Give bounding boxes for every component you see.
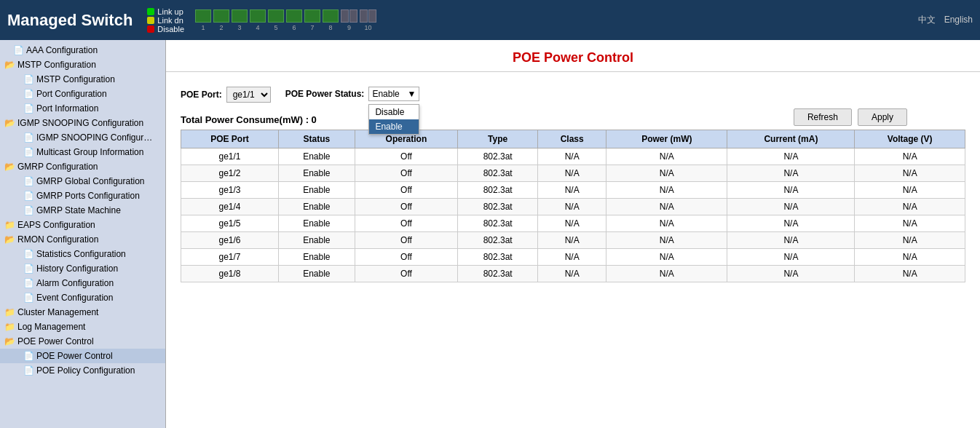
poe-status-trigger[interactable]: Enable ▼ [368,87,419,101]
cell-class: N/A [538,266,606,282]
port-4[interactable]: 4 [250,9,266,31]
sidebar-label: Cluster Management [17,307,98,317]
cell-port: ge1/8 [181,266,279,282]
sidebar-item-mstp-group[interactable]: 📂 MSTP Configuration [0,58,165,72]
table-row: ge1/6EnableOff802.3atN/AN/AN/AN/A [181,232,965,249]
sidebar-label: Alarm Configuration [36,278,114,288]
doc-icon: 📄 [23,176,33,186]
port-9[interactable]: 9 [341,9,357,31]
sidebar-item-cluster-group[interactable]: 📁 Cluster Management [0,305,165,320]
sidebar-item-gmrp-group[interactable]: 📂 GMRP Configuration [0,159,165,174]
cell-power: N/A [606,148,727,165]
col-header-type: Type [458,130,538,148]
cell-class: N/A [538,215,606,232]
doc-icon: 📄 [23,132,33,143]
cell-status: Enable [279,182,355,199]
poe-status-dropdown[interactable]: Enable ▼ Disable Enable [368,87,419,101]
cell-voltage: N/A [855,232,965,249]
table-row: ge1/1EnableOff802.3atN/AN/AN/AN/A [181,148,965,165]
sidebar-item-mstp-config[interactable]: 📄 MSTP Configuration [0,72,165,87]
cell-status: Enable [279,215,355,232]
port-3[interactable]: 3 [232,9,248,31]
apply-button[interactable]: Apply [858,108,907,126]
lang-zh[interactable]: 中文 [918,15,936,25]
cell-class: N/A [538,165,606,182]
cell-port: ge1/5 [181,215,279,232]
sidebar-item-multicast[interactable]: 📄 Multicast Group Information [0,145,165,159]
option-enable[interactable]: Enable [369,119,419,134]
refresh-button[interactable]: Refresh [794,108,852,126]
cell-voltage: N/A [855,165,965,182]
sidebar-item-port-info[interactable]: 📄 Port Information [0,101,165,116]
col-header-status: Status [279,130,355,148]
sidebar-item-event-config[interactable]: 📄 Event Configuration [0,290,165,305]
doc-icon: 📄 [23,89,33,99]
folder-open-icon: 📂 [4,60,15,70]
sidebar-item-history-config[interactable]: 📄 History Configuration [0,261,165,276]
sidebar-item-aaa-config[interactable]: 📄 AAA Configuration [0,43,165,58]
data-table-container: POE Port Status Operation Type Class Pow… [166,130,980,297]
sidebar-item-eaps-group[interactable]: 📁 EAPS Configuration [0,218,165,232]
sidebar-item-igmp-group[interactable]: 📂 IGMP SNOOPING Configuration [0,116,165,130]
action-buttons: Refresh Apply [794,108,907,126]
sidebar-item-gmrp-global[interactable]: 📄 GMRP Global Configuration [0,174,165,189]
port-6[interactable]: 6 [286,9,302,31]
folder-closed-icon: 📁 [4,307,15,317]
poe-port-select[interactable]: ge1/1 ge1/2 ge1/3 ge1/4 ge1/5 ge1/6 ge1/… [226,87,271,103]
cell-type: 802.3at [458,249,538,266]
port-1[interactable]: 1 [195,9,211,31]
port-2[interactable]: 2 [213,9,229,31]
main-content: POE Power Control POE Port: ge1/1 ge1/2 … [166,40,980,428]
sidebar-item-poe-group[interactable]: 📂 POE Power Control [0,334,165,349]
sidebar-item-poe-policy[interactable]: 📄 POE Policy Configuration [0,363,165,378]
sidebar-label: MSTP Configuration [17,60,96,70]
poe-table: POE Port Status Operation Type Class Pow… [181,130,965,282]
cell-operation: Off [355,232,458,249]
cell-class: N/A [538,249,606,266]
col-header-voltage: Voltage (V) [855,130,965,148]
folder-open-icon: 📂 [4,118,15,128]
sidebar-label: GMRP State Machine [36,205,121,215]
port-7[interactable]: 7 [304,9,320,31]
col-header-class: Class [538,130,606,148]
sidebar-item-stats-config[interactable]: 📄 Statistics Configuration [0,247,165,261]
sidebar-item-gmrp-ports[interactable]: 📄 GMRP Ports Configuration [0,189,165,203]
table-row: ge1/3EnableOff802.3atN/AN/AN/AN/A [181,182,965,199]
doc-icon: 📄 [13,45,23,55]
col-header-port: POE Port [181,130,279,148]
sidebar-item-poe-control[interactable]: 📄 POE Power Control [0,349,165,363]
table-row: ge1/8EnableOff802.3atN/AN/AN/AN/A [181,266,965,282]
sidebar-item-port-config[interactable]: 📄 Port Configuration [0,87,165,101]
table-row: ge1/4EnableOff802.3atN/AN/AN/AN/A [181,199,965,215]
cell-voltage: N/A [855,266,965,282]
port-5[interactable]: 5 [268,9,284,31]
sidebar-item-log-group[interactable]: 📁 Log Management [0,320,165,334]
sidebar-item-rmon-group[interactable]: 📂 RMON Configuration [0,232,165,247]
cell-type: 802.3at [458,148,538,165]
cell-operation: Off [355,266,458,282]
doc-icon: 📄 [23,249,33,259]
sidebar-label: GMRP Configuration [17,162,98,172]
cell-operation: Off [355,165,458,182]
cell-power: N/A [606,266,727,282]
sidebar-item-igmp-config[interactable]: 📄 IGMP SNOOPING Configur… [0,130,165,145]
doc-icon: 📄 [23,205,33,215]
poe-status-group: POE Power Status: Enable ▼ Disable Enabl… [285,87,420,101]
sidebar-label: IGMP SNOOPING Configuration [17,118,143,128]
page-title: POE Power Control [166,40,980,72]
option-disable[interactable]: Disable [369,105,419,119]
sidebar-item-alarm-config[interactable]: 📄 Alarm Configuration [0,276,165,290]
cell-type: 802.3at [458,266,538,282]
sidebar-label: POE Power Control [36,351,113,361]
cell-port: ge1/2 [181,165,279,182]
port-8[interactable]: 8 [323,9,339,31]
cell-operation: Off [355,199,458,215]
port-10[interactable]: 10 [360,9,376,31]
cell-current: N/A [727,215,855,232]
link-status-legend: Link up Link dn Disable [147,7,184,33]
header: Managed Switch Link up Link dn Disable 1… [0,0,980,40]
lang-en[interactable]: English [944,15,973,25]
folder-open-icon: 📂 [4,336,15,346]
doc-icon: 📄 [23,351,33,361]
sidebar-item-gmrp-state[interactable]: 📄 GMRP State Machine [0,203,165,218]
